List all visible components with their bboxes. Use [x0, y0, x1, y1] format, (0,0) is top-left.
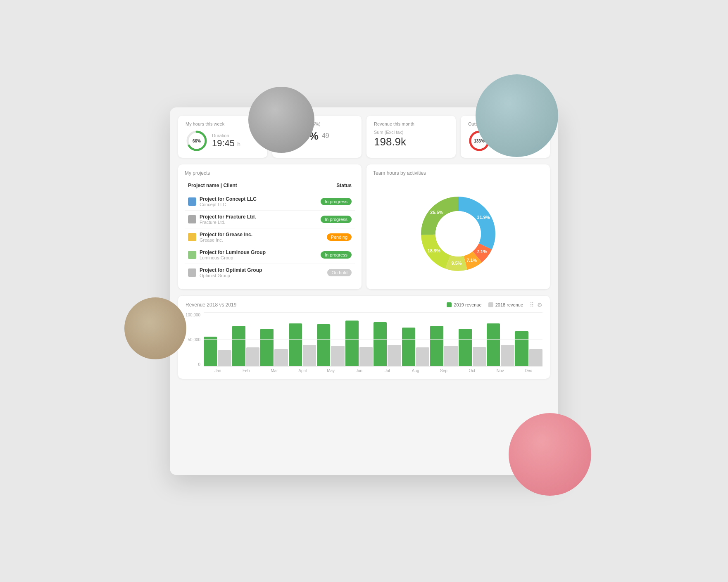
legend-item-2019: 2019 revenue	[447, 302, 481, 307]
project-name: Project for Fracture Ltd.	[200, 214, 256, 220]
lead-demo-title: Lead > Demo (15%)	[280, 121, 354, 126]
bar-2019	[204, 337, 217, 366]
bar-2018	[388, 345, 401, 366]
stats-row: My hours this week 66% Duration 19:45	[178, 116, 550, 158]
chart-bars-wrapper: JanFebMarAprilMayJunJulAugSepOctNovDec	[204, 313, 542, 373]
hours-card: My hours this week 66% Duration 19:45	[178, 116, 267, 158]
bar-2018	[529, 349, 542, 366]
x-label: Oct	[458, 368, 486, 373]
hours-duration: Duration 19:45 h	[212, 133, 240, 149]
bar-2018	[331, 346, 344, 366]
y-line-bot	[204, 366, 542, 366]
project-info: Project for Optimist Group Optimist Grou…	[200, 267, 262, 278]
bar-2019	[232, 326, 245, 366]
y-line-mid	[204, 339, 542, 340]
month-group	[430, 326, 457, 366]
bar-2018	[246, 347, 259, 366]
duration-value: 19:45 h	[212, 138, 240, 149]
bar-2019	[374, 322, 387, 366]
x-label: Mar	[260, 368, 288, 373]
team-hours-title: Team hours by activities	[373, 170, 426, 176]
project-icon	[188, 215, 196, 223]
x-label: Jul	[373, 368, 401, 373]
y-line-top	[204, 312, 542, 313]
status-badge: On hold	[327, 269, 352, 276]
month-group	[345, 321, 373, 366]
revenue-content: Sum (Excl tax) 198.9k	[374, 130, 448, 148]
x-label: Dec	[514, 368, 542, 373]
project-info: Project for Luminous Group Luminous Grou…	[200, 249, 266, 260]
project-client: Grease Inc.	[200, 238, 252, 242]
project-row[interactable]: Project for Concept LLC Concept LLC In p…	[185, 193, 355, 211]
project-left: Project for Optimist Group Optimist Grou…	[188, 267, 262, 278]
status-badge: In progress	[321, 251, 352, 259]
month-group	[317, 324, 344, 366]
y-label-50k: 50,000	[186, 338, 200, 342]
legend-dot-2019	[447, 302, 452, 307]
project-icon	[188, 233, 196, 241]
project-left: Project for Concept LLC Concept LLC	[188, 196, 257, 207]
invoice-label: Excl tax 6 invoices	[495, 133, 534, 138]
project-client: Luminous Group	[200, 255, 266, 260]
month-group	[459, 329, 486, 366]
project-left: Project for Grease Inc. Grease Inc.	[188, 232, 252, 242]
bar-2018	[416, 347, 429, 366]
lead-num2: 49	[322, 132, 329, 140]
x-label: Jan	[204, 368, 232, 373]
projects-title: My projects	[185, 170, 355, 176]
donut-chart: 31.9%7.1%7.1%9.5%18.9%25.5%	[409, 184, 508, 283]
invoices-info: Excl tax 6 invoices 13.25k	[495, 133, 534, 149]
projects-table: Project name | Client Status Project for…	[185, 180, 355, 281]
invoices-progress-circle: 133%	[468, 130, 490, 152]
invoices-card: Outstanding invoices 133% Excl tax 6 inv…	[461, 116, 550, 158]
bar-2019	[487, 323, 500, 366]
donut-label: 25.5%	[430, 210, 443, 215]
status-badge: In progress	[321, 216, 352, 223]
projects-header-right: Status	[336, 183, 352, 188]
project-row[interactable]: Project for Grease Inc. Grease Inc. Pend…	[185, 228, 355, 246]
bars-container	[204, 313, 542, 367]
x-label: April	[288, 368, 316, 373]
chart-with-y: 100,000 50,000 0 JanFebMarAprilMayJunJul…	[186, 313, 542, 373]
legend-label-2018: 2018 revenue	[495, 302, 523, 307]
y-axis-labels: 100,000 50,000 0	[186, 313, 200, 367]
invoices-progress-label: 133%	[474, 138, 485, 143]
y-label-100k: 100,000	[186, 313, 200, 317]
project-row[interactable]: Project for Fracture Ltd. Fracture Ltd. …	[185, 211, 355, 228]
revenue-chart-title: Revenue 2018 vs 2019	[186, 302, 236, 308]
lead-num1: 502	[280, 132, 291, 140]
project-info: Project for Grease Inc. Grease Inc.	[200, 232, 252, 242]
donut-label: 7.1%	[477, 249, 487, 254]
hours-progress-circle: 66%	[186, 130, 208, 152]
invoices-title: Outstanding invoices	[468, 121, 542, 126]
revenue-card: Revenue this month Sum (Excl tax) 198.9k	[366, 116, 456, 158]
projects-card: My projects Project name | Client Status…	[178, 164, 362, 289]
project-name: Project for Concept LLC	[200, 196, 257, 202]
project-left: Project for Luminous Group Luminous Grou…	[188, 249, 266, 260]
bar-2018	[218, 350, 231, 366]
donut-label: 7.1%	[466, 257, 477, 262]
scene: My hours this week 66% Duration 19:45	[137, 74, 591, 508]
legend-dot-2018	[488, 302, 493, 307]
team-hours-card: Team hours by activities 31.9%7.1%7.1%9.…	[366, 164, 550, 289]
revenue-title: Revenue this month	[374, 121, 448, 126]
x-label: Sep	[430, 368, 458, 373]
project-info: Project for Concept LLC Concept LLC	[200, 196, 257, 207]
project-row[interactable]: Project for Optimist Group Optimist Grou…	[185, 264, 355, 281]
revenue-chart-header: Revenue 2018 vs 2019 2019 revenue 2018 r…	[186, 302, 542, 308]
status-badge: Pending	[327, 233, 352, 241]
project-row[interactable]: Project for Luminous Group Luminous Grou…	[185, 246, 355, 264]
bar-2018	[359, 347, 373, 366]
bar-2019	[430, 326, 443, 366]
bar-2019	[289, 323, 302, 366]
middle-row: My projects Project name | Client Status…	[178, 164, 550, 289]
grid-icon[interactable]: ⠿	[530, 302, 534, 308]
settings-icon[interactable]: ⚙	[537, 302, 542, 308]
project-info: Project for Fracture Ltd. Fracture Ltd.	[200, 214, 256, 225]
bar-2018	[444, 346, 457, 366]
x-labels: JanFebMarAprilMayJunJulAugSepOctNovDec	[204, 368, 542, 373]
bar-2018	[473, 347, 486, 366]
revenue-chart-card: Revenue 2018 vs 2019 2019 revenue 2018 r…	[178, 296, 550, 379]
x-label: Nov	[486, 368, 514, 373]
bar-2019	[402, 328, 415, 366]
